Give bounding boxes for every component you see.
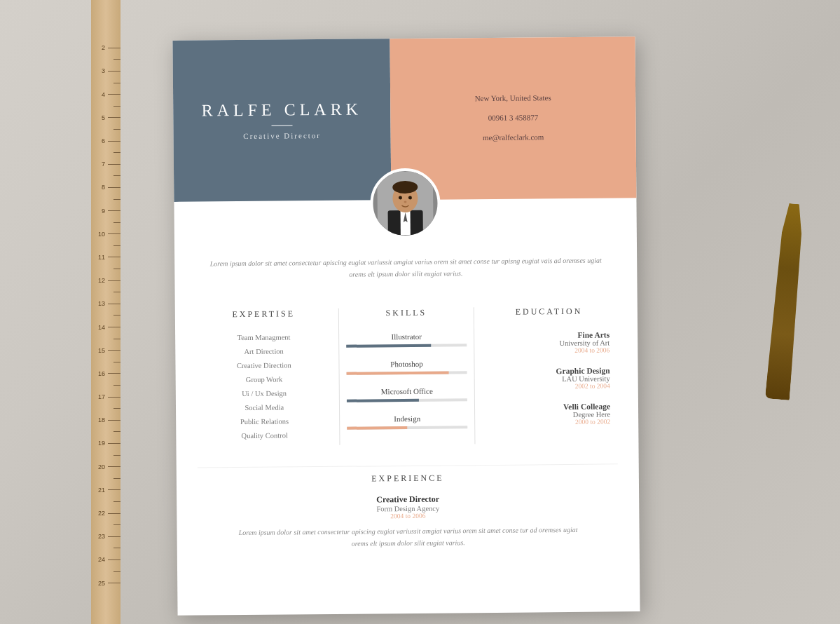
skill-photoshop: Photoshop [346,359,467,375]
skill-name: Microsoft Office [346,386,467,396]
ruler-mark: 12 [91,275,121,287]
ruler-mark [91,426,121,438]
ruler-marks: 2 3 4 5 6 7 8 9 10 11 12 13 14 15 16 17 … [91,42,121,589]
ruler-mark: 11 [91,252,121,264]
resume-paper: RALFE CLARK Creative Director New York, … [172,36,640,616]
ruler-mark [91,449,121,461]
ruler-mark: 15 [91,344,121,356]
ruler-mark: 20 [91,461,121,473]
skill-name: Indesign [347,414,468,423]
ruler-mark: 7 [91,158,121,170]
ruler-mark: 10 [91,229,121,240]
skill-bar-fill [346,344,431,348]
ruler-mark: 21 [91,484,121,496]
experience-description: Lorem ipsum dolor sit amet consectetur a… [233,524,583,550]
skill-illustrator: Illustrator [346,332,467,348]
ruler-mark: 6 [91,135,121,147]
ruler-mark [91,356,121,368]
ruler-mark [91,77,121,89]
ruler-mark [91,379,121,391]
ruler-mark [91,310,121,322]
ruler-mark [91,566,121,578]
skill-bar-fill [347,426,407,430]
candidate-name: RALFE CLARK [202,100,363,121]
skill-name: Illustrator [346,332,467,341]
ruler-mark [91,263,121,275]
expertise-item: Social Media [204,403,325,412]
ruler-mark: 14 [91,321,121,333]
bio-text: Lorem ipsum dolor sit amet consectetur a… [209,255,602,282]
ruler-mark [91,147,121,158]
skill-indesign: Indesign [347,414,468,430]
contact-location: New York, United States [475,91,551,106]
expertise-list: Team Managment Art Direction Creative Di… [203,333,325,440]
resume-header: RALFE CLARK Creative Director New York, … [172,36,636,202]
ruler-mark [91,496,121,508]
skills-heading: SKILLS [345,307,467,319]
ruler-mark: 8 [91,182,121,194]
education-heading: EDUCATION [488,306,610,318]
ruler-mark [91,100,121,112]
svg-point-6 [399,196,402,200]
education-item: Graphic Design LAU University 2002 to 20… [489,366,610,391]
ruler-mark [91,170,121,182]
name-divider [271,125,292,126]
header-left-panel: RALFE CLARK Creative Director [172,39,391,202]
svg-point-7 [408,196,412,199]
skill-bar-bg [346,344,467,348]
skill-ms-office: Microsoft Office [346,386,467,402]
avatar [370,168,441,239]
ruler-mark [91,194,121,205]
ruler-mark: 23 [91,531,121,543]
twig-decoration [765,203,806,400]
ruler-mark [91,519,121,531]
skill-bar-bg [347,426,468,430]
edu-year: 2002 to 2004 [489,382,610,391]
ruler-mark: 22 [91,508,121,520]
expertise-item: Art Direction [203,347,324,356]
ruler: 2 3 4 5 6 7 8 9 10 11 12 13 14 15 16 17 … [91,0,121,624]
ruler-mark: 3 [91,65,121,77]
ruler-mark: 17 [91,391,121,403]
ruler-mark [91,123,121,135]
ruler-mark: 18 [91,414,121,426]
skills-column: SKILLS Illustrator Photoshop Microsoft O… [338,307,475,445]
ruler-mark [91,286,121,298]
edu-year: 2004 to 2006 [489,346,610,355]
expertise-item: Team Managment [203,333,324,342]
experience-section: EXPERIENCE Creative Director Form Design… [198,463,619,571]
skill-bar-bg [347,398,468,402]
ruler-mark [91,543,121,555]
ruler-mark: 5 [91,112,121,124]
ruler-mark: 2 [91,42,121,54]
skill-bar-fill [347,399,420,402]
ruler-mark [91,333,121,345]
expertise-item: Creative Direction [203,361,324,370]
skill-bar-fill [346,371,449,374]
candidate-job-title: Creative Director [243,131,321,140]
expertise-item: Quality Control [204,431,325,440]
contact-email: me@ralfeclark.com [483,130,544,145]
ruler-mark [91,240,121,252]
expertise-column: EXPERTISE Team Managment Art Direction C… [196,308,332,447]
ruler-mark: 16 [91,368,121,380]
education-item: Velli Colleage Degree Here 2000 to 2002 [489,402,610,426]
ruler-mark [91,217,121,229]
expertise-item: Ui / Ux Design [204,389,325,398]
expertise-heading: EXPERTISE [203,308,324,320]
education-column: EDUCATION Fine Arts University of Art 20… [481,306,617,444]
ruler-mark [91,473,121,484]
education-item: Fine Arts University of Art 2004 to 2006 [488,330,610,355]
ruler-mark: 25 [91,577,121,589]
skill-name: Photoshop [346,359,467,369]
ruler-mark: 13 [91,298,121,310]
experience-heading: EXPERIENCE [233,472,583,485]
expertise-item: Public Relations [204,417,325,426]
ruler-mark: 4 [91,88,121,100]
expertise-item: Group Work [204,375,325,384]
contact-phone: 00961 3 458877 [488,111,539,125]
skill-bar-bg [346,371,467,375]
ruler-mark: 24 [91,554,121,566]
edu-year: 2000 to 2002 [490,418,611,426]
ruler-mark [91,402,121,414]
